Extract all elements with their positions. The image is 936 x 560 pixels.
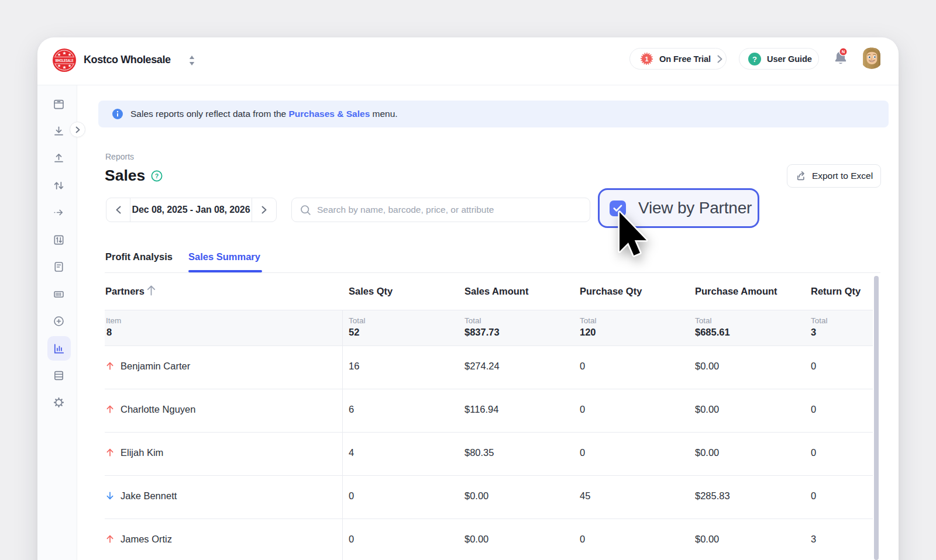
svg-text:?: ?: [752, 54, 757, 63]
svg-text:N: N: [842, 49, 845, 54]
svg-text:?: ?: [155, 172, 159, 179]
svg-text:1: 1: [645, 56, 648, 63]
svg-text:WHOLESALE: WHOLESALE: [56, 58, 74, 63]
